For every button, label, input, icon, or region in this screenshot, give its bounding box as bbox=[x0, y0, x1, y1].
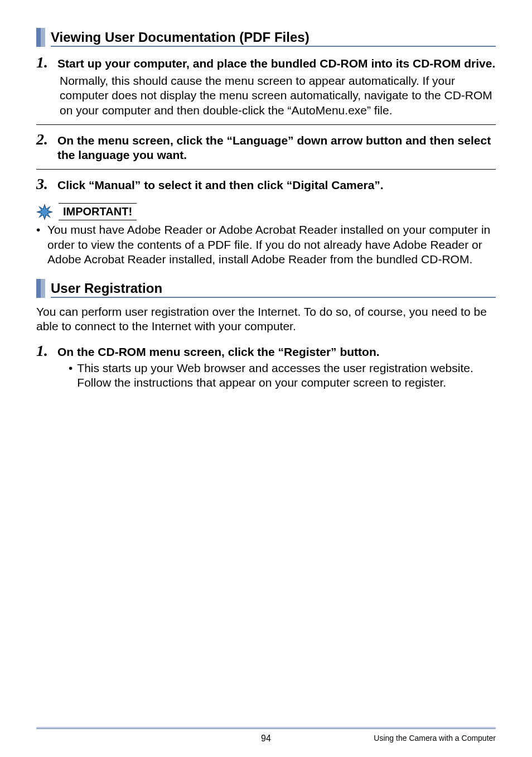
svg-marker-1 bbox=[38, 206, 51, 218]
bullet-dot: • bbox=[36, 223, 44, 267]
step-1: 1. Start up your computer, and place the… bbox=[36, 54, 496, 118]
section-heading-viewing-docs: Viewing User Documentation (PDF Files) bbox=[36, 28, 496, 47]
heading-text: User Registration bbox=[51, 279, 496, 298]
registration-sub-bullet: • This starts up your Web browser and ac… bbox=[69, 361, 496, 390]
important-heading: IMPORTANT! bbox=[36, 203, 496, 220]
burst-icon bbox=[36, 204, 53, 220]
heading-bar-inner bbox=[41, 279, 45, 298]
step-body: Normally, this should cause the menu scr… bbox=[60, 74, 496, 118]
footer-divider bbox=[36, 727, 496, 729]
heading-bar-outer bbox=[36, 279, 41, 298]
step-title: Click “Manual” to select it and then cli… bbox=[57, 178, 384, 192]
step-number: 3. bbox=[36, 175, 52, 193]
step-number: 2. bbox=[36, 131, 52, 148]
step-title: Start up your computer, and place the bu… bbox=[57, 56, 495, 71]
footer-chapter: Using the Camera with a Computer bbox=[374, 734, 496, 742]
step-number: 1. bbox=[36, 54, 52, 71]
heading-text: Viewing User Documentation (PDF Files) bbox=[51, 28, 496, 47]
bullet-dot: • bbox=[69, 361, 72, 390]
section-heading-user-registration: User Registration bbox=[36, 279, 496, 298]
heading-bar-outer bbox=[36, 28, 41, 47]
divider bbox=[36, 169, 496, 170]
step-title: On the menu screen, click the “Language”… bbox=[57, 133, 496, 163]
step-3: 3. Click “Manual” to select it and then … bbox=[36, 175, 496, 193]
registration-sub-text: This starts up your Web browser and acce… bbox=[77, 361, 496, 390]
important-bullet-text: You must have Adobe Reader or Adobe Acro… bbox=[47, 223, 496, 267]
page-footer: 94 Using the Camera with a Computer bbox=[36, 727, 496, 742]
step-title: On the CD-ROM menu screen, click the “Re… bbox=[57, 345, 380, 359]
registration-intro: You can perform user registration over t… bbox=[36, 305, 496, 334]
registration-step-1: 1. On the CD-ROM menu screen, click the … bbox=[36, 342, 496, 390]
divider bbox=[36, 124, 496, 125]
step-2: 2. On the menu screen, click the “Langua… bbox=[36, 131, 496, 163]
important-label: IMPORTANT! bbox=[59, 203, 137, 220]
step-number: 1. bbox=[36, 342, 52, 360]
page-number: 94 bbox=[261, 734, 271, 744]
important-bullet: • You must have Adobe Reader or Adobe Ac… bbox=[36, 223, 496, 267]
footer-row: 94 Using the Camera with a Computer bbox=[36, 734, 496, 742]
heading-bar-inner bbox=[41, 28, 45, 47]
